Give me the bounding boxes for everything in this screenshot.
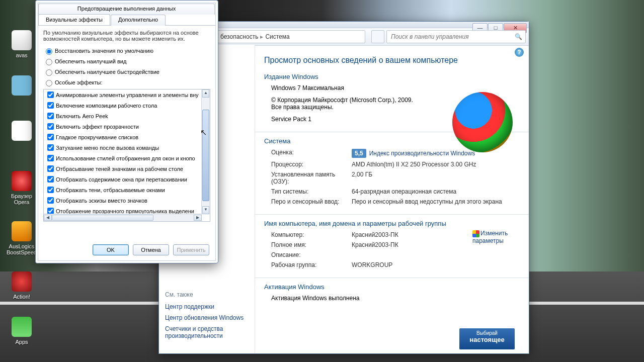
- effect-item[interactable]: Отображение прозрачного прямоугольника в…: [44, 206, 202, 214]
- effect-item[interactable]: Отображать тени, отбрасываемые окнами: [44, 185, 202, 195]
- radio-custom[interactable]: Особые эффекты:: [43, 78, 210, 86]
- radio-best-performance[interactable]: Обеспечить наилучшее быстродействие: [43, 68, 210, 76]
- copyright: © Корпорация Майкрософт (Microsoft Corp.…: [271, 97, 422, 111]
- desktop-icon-apps[interactable]: Apps: [4, 317, 39, 345]
- label: Тип системы:: [271, 188, 352, 195]
- section-title-edition: Издание Windows: [264, 73, 520, 80]
- scroll-thumb[interactable]: [202, 110, 209, 201]
- help-icon[interactable]: ?: [515, 48, 524, 57]
- effect-checkbox[interactable]: [47, 134, 54, 140]
- rating-badge: 5,5: [352, 149, 366, 158]
- value: WORKGROUP: [352, 261, 520, 268]
- dialog-description: По умолчанию визуальные эффекты выбирают…: [43, 30, 210, 42]
- effect-label: Анимированные элементы управления и элем…: [56, 92, 199, 98]
- label: Установленная память (ОЗУ):: [271, 171, 352, 185]
- windows-logo-icon: [452, 92, 513, 152]
- genuine-banner[interactable]: Выбирайнастоящее: [459, 328, 515, 349]
- search-icon[interactable]: 🔍: [515, 33, 522, 40]
- effect-item[interactable]: Отбрасывание теней значками на рабочем с…: [44, 163, 202, 174]
- effect-label: Гладкое прокручивание списков: [56, 134, 138, 140]
- effect-checkbox[interactable]: [47, 155, 54, 161]
- desktop-icon-boostspeed[interactable]: AusLogics BoostSpeed: [4, 221, 39, 255]
- change-settings-link[interactable]: Изменить параметры: [472, 230, 518, 244]
- label: Полное имя:: [271, 241, 352, 248]
- apply-button[interactable]: Применить: [173, 244, 209, 255]
- tab-dep[interactable]: Предотвращение выполнения данных: [38, 4, 215, 15]
- effect-item[interactable]: Гладкое прокручивание списков: [44, 132, 202, 142]
- effect-label: Включить Aero Peek: [56, 113, 108, 119]
- value: [352, 251, 520, 258]
- search-box[interactable]: 🔍: [386, 30, 526, 43]
- horizontal-scrollbar[interactable]: ◀ ▶: [44, 214, 202, 221]
- desktop-icon-avast[interactable]: avas: [4, 30, 39, 58]
- effect-item[interactable]: Включить Aero Peek: [44, 111, 202, 121]
- tab-row-2: Предотвращение выполнения данных: [38, 3, 215, 14]
- ok-button[interactable]: OK: [93, 244, 129, 255]
- effect-checkbox[interactable]: [47, 92, 54, 98]
- breadcrumb[interactable]: …ема и безопасность ▸ Система: [194, 30, 365, 43]
- effect-checkbox[interactable]: [47, 113, 54, 119]
- vertical-scrollbar[interactable]: ▲ ▼: [201, 89, 210, 214]
- section-title-naming: Имя компьютера, имя домена и параметры р…: [264, 220, 520, 227]
- effect-label: Отображать тени, отбрасываемые окнами: [56, 187, 165, 193]
- label: Компьютер:: [271, 231, 352, 238]
- desktop-icon-generic[interactable]: [4, 75, 39, 98]
- breadcrumb-part[interactable]: Система: [265, 33, 289, 40]
- rating-link[interactable]: Индекс производительности Windows: [369, 150, 475, 157]
- effect-label: Использование стилей отображения для око…: [56, 155, 195, 161]
- chevron-right-icon: ▸: [260, 33, 263, 40]
- refresh-button[interactable]: [371, 30, 384, 43]
- radio-best-appearance[interactable]: Обеспечить наилучший вид: [43, 57, 210, 65]
- label: Описание:: [271, 251, 352, 258]
- effect-label: Отображение прозрачного прямоугольника в…: [56, 208, 194, 214]
- effect-item[interactable]: Анимированные элементы управления и элем…: [44, 89, 202, 100]
- scroll-down-icon[interactable]: ▼: [202, 206, 209, 214]
- section-title-activation: Активация Windows: [264, 283, 520, 291]
- effect-checkbox[interactable]: [47, 123, 54, 130]
- effect-checkbox[interactable]: [47, 102, 54, 109]
- effect-item[interactable]: Отображать содержимое окна при перетаски…: [44, 174, 202, 185]
- side-link-update[interactable]: Центр обновления Windows: [165, 314, 251, 321]
- effect-item[interactable]: Затухание меню после вызова команды: [44, 142, 202, 153]
- value: AMD Athlon(tm) II X2 250 Processor 3.00 …: [352, 161, 520, 168]
- page-title: Просмотр основных сведений о вашем компь…: [264, 56, 520, 65]
- tab-row-1: Визуальные эффекты Дополнительно: [38, 14, 215, 26]
- effects-list[interactable]: Анимированные элементы управления и элем…: [43, 89, 210, 222]
- tab-visual-effects[interactable]: Визуальные эффекты: [38, 14, 110, 25]
- value: Перо и сенсорный ввод недоступны для это…: [352, 198, 520, 205]
- effect-label: Отображать эскизы вместо значков: [56, 198, 147, 204]
- search-input[interactable]: [390, 33, 515, 41]
- scroll-right-icon[interactable]: ▶: [194, 215, 202, 221]
- desktop-icon-g[interactable]: [4, 121, 39, 143]
- label: Рабочая группа:: [271, 261, 352, 268]
- effect-checkbox[interactable]: [47, 176, 54, 183]
- effect-item[interactable]: Включение композиции рабочего стола: [44, 100, 202, 111]
- effect-label: Включение композиции рабочего стола: [56, 103, 157, 109]
- tab-advanced[interactable]: Дополнительно: [111, 15, 166, 26]
- effect-item[interactable]: Отображать эскизы вместо значков: [44, 195, 202, 206]
- effect-item[interactable]: Использование стилей отображения для око…: [44, 153, 202, 163]
- scroll-up-icon[interactable]: ▲: [202, 89, 209, 98]
- side-link-support[interactable]: Центр поддержки: [165, 303, 251, 310]
- scroll-left-icon[interactable]: ◀: [44, 215, 52, 221]
- desktop-icon-opera[interactable]: Браузер Opera: [4, 171, 39, 205]
- main-panel: ? Просмотр основных сведений о вашем ком…: [255, 45, 529, 353]
- effect-label: Отображать содержимое окна при перетаски…: [56, 176, 187, 183]
- side-link-perf[interactable]: Счетчики и средства производительности: [165, 325, 251, 339]
- effect-checkbox[interactable]: [47, 144, 54, 151]
- label: Перо и сенсорный ввод:: [271, 198, 352, 205]
- service-pack: Service Pack 1: [271, 116, 422, 123]
- radio-restore-defaults[interactable]: Восстановить значения по умолчанию: [43, 47, 210, 55]
- effect-checkbox[interactable]: [47, 165, 54, 172]
- see-also-header: См. также: [165, 291, 251, 298]
- hscroll-thumb[interactable]: [52, 215, 153, 221]
- cancel-button[interactable]: Отмена: [133, 244, 169, 255]
- activation-status: Активация Windows выполнена: [264, 295, 520, 302]
- desktop-icon-action[interactable]: Action!: [4, 272, 39, 300]
- effect-label: Затухание меню после вызова команды: [56, 145, 159, 151]
- effect-item[interactable]: Включить эффект прозрачности: [44, 121, 202, 132]
- performance-options-dialog: Предотвращение выполнения данных Визуаль…: [35, 0, 218, 263]
- effect-checkbox[interactable]: [47, 197, 54, 204]
- edition-name: Windows 7 Максимальная: [271, 84, 422, 92]
- effect-checkbox[interactable]: [47, 187, 54, 193]
